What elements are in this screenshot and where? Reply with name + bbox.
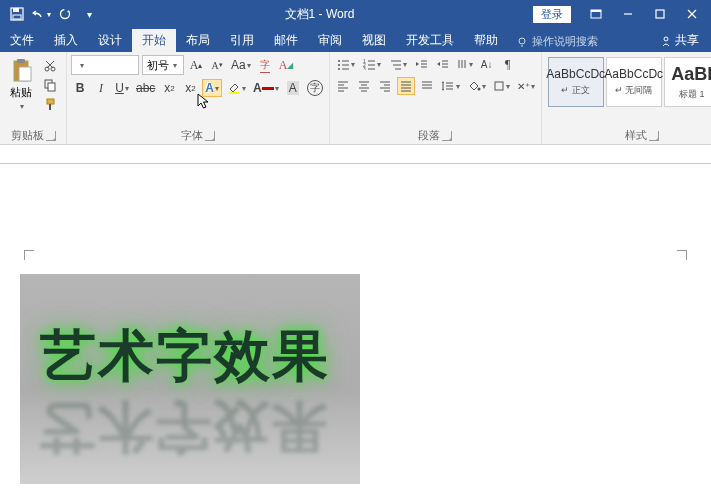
svg-point-25	[338, 60, 340, 62]
enclose-char-button[interactable]: 字	[305, 79, 325, 97]
align-right-button[interactable]	[376, 77, 394, 95]
superscript-button[interactable]: x2	[181, 79, 199, 97]
italic-button[interactable]: I	[92, 79, 110, 97]
tab-home[interactable]: 开始	[132, 29, 176, 52]
tab-references[interactable]: 引用	[220, 29, 264, 52]
page-corner-tr	[677, 250, 687, 260]
svg-rect-21	[48, 83, 55, 91]
share-icon	[660, 35, 672, 47]
sort-button[interactable]: A↓	[478, 55, 496, 73]
dialog-launcher[interactable]	[46, 131, 56, 141]
font-name-combo[interactable]: ▾	[71, 55, 139, 75]
underline-button[interactable]: U▾	[113, 79, 131, 97]
svg-rect-73	[495, 82, 503, 90]
subscript-button[interactable]: x2	[160, 79, 178, 97]
dialog-launcher[interactable]	[442, 131, 452, 141]
svg-rect-7	[656, 10, 664, 18]
group-styles-label: 样式	[625, 128, 647, 143]
dialog-launcher[interactable]	[205, 131, 215, 141]
decrease-indent-button[interactable]	[412, 55, 430, 73]
undo-button[interactable]: ▾	[30, 3, 52, 25]
borders-button[interactable]: ▾	[491, 77, 512, 95]
cut-button[interactable]	[41, 57, 59, 75]
wordart-text[interactable]: 艺术字效果	[40, 319, 330, 395]
tab-insert[interactable]: 插入	[44, 29, 88, 52]
lightbulb-icon	[516, 36, 528, 48]
brush-icon	[43, 97, 57, 111]
style-normal[interactable]: AaBbCcDc ↵ 正文	[548, 57, 604, 107]
dialog-launcher[interactable]	[649, 131, 659, 141]
group-paragraph: ▾ 123▾ ▾ ▾ A↓ ¶ ▾ ▾ ▾ ✕⁺▾ 段落	[330, 52, 542, 144]
group-font-label: 字体	[181, 128, 203, 143]
style-no-spacing[interactable]: AaBbCcDc ↵ 无间隔	[606, 57, 662, 107]
bullets-button[interactable]: ▾	[334, 55, 357, 73]
paste-button[interactable]: 粘贴 ▾	[4, 55, 38, 113]
copy-button[interactable]	[41, 76, 59, 94]
tab-design[interactable]: 设计	[88, 29, 132, 52]
align-center-button[interactable]	[355, 77, 373, 95]
ribbon: 粘贴 ▾ 剪贴板 ▾ 初号▾ A▴ A▾ Aa▾ 字 A◢ B	[0, 52, 711, 145]
style-heading1[interactable]: AaBl 标题 1	[664, 57, 711, 107]
document-title: 文档1 - Word	[106, 6, 533, 23]
multilevel-list-button[interactable]: ▾	[386, 55, 409, 73]
qat-customize[interactable]: ▾	[78, 3, 100, 25]
svg-point-29	[338, 68, 340, 70]
svg-point-12	[664, 37, 668, 41]
minimize-button[interactable]	[613, 3, 643, 25]
copy-icon	[43, 78, 57, 92]
phonetic-guide-button[interactable]: 字	[256, 56, 274, 74]
tab-developer[interactable]: 开发工具	[396, 29, 464, 52]
share-button[interactable]: 共享	[648, 29, 711, 52]
shrink-font-button[interactable]: A▾	[208, 56, 226, 74]
strikethrough-button[interactable]: abc	[134, 79, 157, 97]
highlight-button[interactable]: ▾	[225, 79, 248, 97]
change-case-button[interactable]: Aa▾	[229, 56, 253, 74]
tab-view[interactable]: 视图	[352, 29, 396, 52]
tab-help[interactable]: 帮助	[464, 29, 508, 52]
svg-rect-14	[17, 59, 25, 63]
login-button[interactable]: 登录	[533, 6, 571, 23]
format-painter-button[interactable]	[41, 95, 59, 113]
align-left-button[interactable]	[334, 77, 352, 95]
char-shading-button[interactable]: A	[284, 79, 302, 97]
svg-point-72	[477, 88, 480, 91]
bold-button[interactable]: B	[71, 79, 89, 97]
document-area[interactable]: 艺术字效果 艺术字效果	[0, 164, 711, 500]
window-controls	[581, 3, 711, 25]
group-styles: AaBbCcDc ↵ 正文 AaBbCcDc ↵ 无间隔 AaBl 标题 1 ▴…	[542, 52, 711, 144]
save-button[interactable]	[6, 3, 28, 25]
line-spacing-button[interactable]: ▾	[439, 77, 462, 95]
increase-indent-button[interactable]	[433, 55, 451, 73]
asian-layout-button[interactable]: ▾	[454, 55, 475, 73]
maximize-button[interactable]	[645, 3, 675, 25]
svg-rect-1	[13, 8, 19, 12]
redo-button[interactable]	[54, 3, 76, 25]
ribbon-tabs: 文件 插入 设计 开始 布局 引用 邮件 审阅 视图 开发工具 帮助 操作说明搜…	[0, 28, 711, 52]
grow-font-button[interactable]: A▴	[187, 56, 205, 74]
tab-review[interactable]: 审阅	[308, 29, 352, 52]
distributed-button[interactable]	[418, 77, 436, 95]
tab-layout[interactable]: 布局	[176, 29, 220, 52]
tab-mailings[interactable]: 邮件	[264, 29, 308, 52]
tell-me-search[interactable]: 操作说明搜索	[508, 31, 606, 52]
svg-text:3: 3	[363, 66, 366, 70]
svg-rect-15	[19, 67, 31, 81]
group-paragraph-label: 段落	[418, 128, 440, 143]
tell-me-label: 操作说明搜索	[532, 34, 598, 49]
page-corner-tl	[24, 250, 34, 260]
svg-rect-22	[47, 99, 54, 104]
shading-button[interactable]: ▾	[465, 77, 488, 95]
close-button[interactable]	[677, 3, 707, 25]
font-color-button[interactable]: A▾	[251, 79, 281, 97]
scissors-icon	[43, 59, 57, 73]
justify-button[interactable]	[397, 77, 415, 95]
paste-label: 粘贴	[10, 85, 32, 100]
numbering-button[interactable]: 123▾	[360, 55, 383, 73]
asian-typography-button[interactable]: ✕⁺▾	[515, 77, 537, 95]
tab-file[interactable]: 文件	[0, 29, 44, 52]
clear-formatting-button[interactable]: A◢	[277, 56, 296, 74]
ribbon-display-options[interactable]	[581, 3, 611, 25]
text-effects-button[interactable]: A▾	[202, 79, 222, 97]
show-marks-button[interactable]: ¶	[499, 55, 517, 73]
font-size-combo[interactable]: 初号▾	[142, 55, 184, 75]
